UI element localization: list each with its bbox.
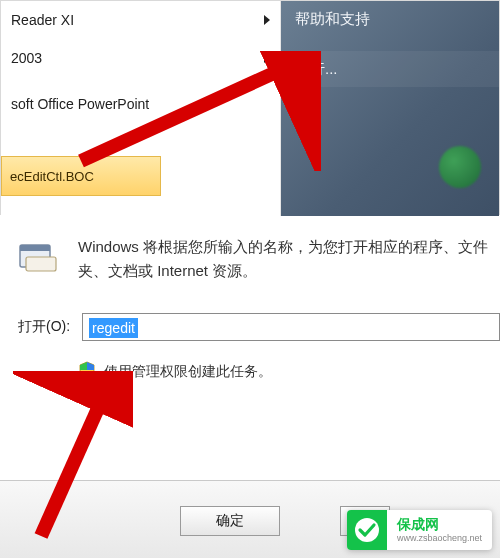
run-dialog: Windows 将根据您所输入的名称，为您打开相应的程序、文件夹、文档或 Int…: [18, 225, 500, 383]
svg-rect-3: [20, 245, 50, 251]
chevron-right-icon: [264, 15, 270, 25]
open-input-value: regedit: [89, 318, 138, 338]
ok-button-label: 确定: [216, 512, 244, 530]
menu-item-help[interactable]: 帮助和支持: [281, 1, 499, 37]
annotation-arrow-top: [71, 51, 321, 171]
open-input[interactable]: regedit: [82, 313, 500, 341]
watermark-text: 保成网 www.zsbaocheng.net: [387, 517, 492, 544]
watermark-url: www.zsbaocheng.net: [397, 533, 482, 544]
svg-line-1: [81, 63, 296, 161]
run-program-icon: [18, 239, 58, 277]
menu-item-label: Reader XI: [11, 12, 74, 28]
admin-note-row: 使用管理权限创建此任务。: [78, 361, 500, 383]
open-label: 打开(O):: [18, 318, 70, 336]
menu-item-label: 2003: [11, 50, 42, 66]
open-field-row: 打开(O): regedit: [18, 313, 500, 341]
run-dialog-description: Windows 将根据您所输入的名称，为您打开相应的程序、文件夹、文档或 Int…: [78, 235, 500, 283]
menu-item-reader[interactable]: Reader XI: [1, 1, 280, 39]
watermark-checkmark-icon: [347, 510, 387, 550]
ok-button[interactable]: 确定: [180, 506, 280, 536]
svg-rect-4: [26, 257, 56, 271]
watermark-badge: 保成网 www.zsbaocheng.net: [347, 510, 492, 550]
power-button-icon[interactable]: [439, 146, 481, 188]
annotation-arrow-bottom: [13, 371, 133, 541]
start-menu-area: Reader XI 2003 soft Office PowerPoint ec…: [0, 0, 500, 215]
svg-line-6: [41, 386, 108, 536]
watermark-brand: 保成网: [397, 517, 482, 531]
run-dialog-header: Windows 将根据您所输入的名称，为您打开相应的程序、文件夹、文档或 Int…: [18, 235, 500, 283]
menu-item-label: 帮助和支持: [295, 10, 370, 29]
